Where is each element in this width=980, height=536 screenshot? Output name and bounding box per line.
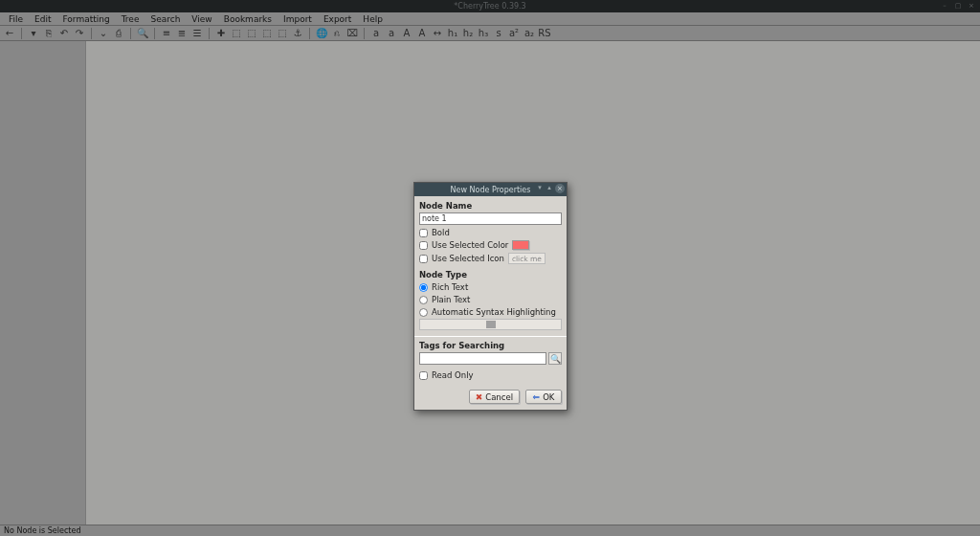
- tags-input[interactable]: [419, 352, 546, 365]
- auto-syntax-radio[interactable]: [419, 308, 428, 317]
- read-only-label: Read Only: [432, 370, 474, 380]
- auto-syntax-label: Automatic Syntax Highlighting: [432, 307, 556, 317]
- tags-label: Tags for Searching: [419, 341, 562, 350]
- node-type-label: Node Type: [419, 270, 562, 279]
- rich-text-radio[interactable]: [419, 283, 428, 292]
- divider: [414, 336, 567, 337]
- use-icon-checkbox[interactable]: [419, 255, 428, 263]
- cancel-button[interactable]: ✖ Cancel: [469, 390, 520, 404]
- icon-picker-button[interactable]: click me: [508, 253, 546, 264]
- ok-button[interactable]: ⇐ OK: [525, 390, 562, 404]
- read-only-checkbox[interactable]: [419, 371, 428, 380]
- dialog-minimize-icon[interactable]: ▾: [536, 184, 544, 191]
- tags-search-button[interactable]: 🔍: [548, 352, 562, 365]
- node-name-label: Node Name: [419, 201, 562, 211]
- cancel-icon: ✖: [476, 392, 483, 402]
- plain-text-radio[interactable]: [419, 296, 428, 304]
- dialog-title-text: New Node Properties: [451, 186, 531, 194]
- dialog-titlebar[interactable]: New Node Properties ▾ ▴ ×: [414, 183, 567, 196]
- ok-button-label: OK: [543, 392, 554, 402]
- bold-checkbox[interactable]: [419, 229, 428, 237]
- dialog-maximize-icon[interactable]: ▴: [546, 184, 553, 191]
- use-color-label: Use Selected Color: [432, 240, 508, 250]
- new-node-dialog: New Node Properties ▾ ▴ × Node Name Bold…: [413, 182, 568, 411]
- plain-text-label: Plain Text: [432, 295, 470, 304]
- search-icon: 🔍: [550, 354, 561, 364]
- color-swatch[interactable]: [512, 240, 529, 250]
- bold-label: Bold: [432, 228, 450, 237]
- ok-icon: ⇐: [533, 392, 541, 402]
- syntax-language-select[interactable]: [419, 319, 562, 330]
- use-icon-label: Use Selected Icon: [432, 254, 504, 263]
- cancel-button-label: Cancel: [485, 392, 513, 402]
- use-color-checkbox[interactable]: [419, 241, 428, 250]
- rich-text-label: Rich Text: [432, 282, 468, 292]
- dialog-close-icon[interactable]: ×: [555, 184, 565, 193]
- node-name-input[interactable]: [419, 212, 562, 225]
